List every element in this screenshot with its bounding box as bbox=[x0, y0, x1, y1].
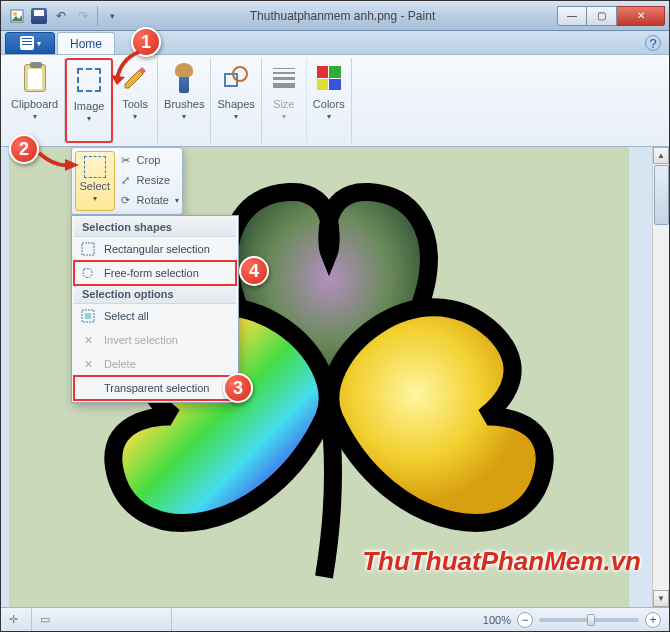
callout-4-text: 4 bbox=[249, 261, 259, 282]
select-all-icon bbox=[80, 308, 96, 324]
shapes-icon bbox=[220, 62, 252, 94]
clipboard-icon bbox=[19, 62, 51, 94]
select-dropdown-menu: Selection shapes Rectangular selection F… bbox=[71, 215, 239, 403]
dd-delete: ✕ Delete bbox=[74, 352, 236, 376]
work-area: Select ▾ ✂Crop ⤢Resize ⟳Rotate▾ Selectio… bbox=[1, 147, 669, 607]
chevron-down-icon: ▾ bbox=[327, 112, 331, 121]
chevron-down-icon: ▾ bbox=[37, 39, 41, 48]
select-rect-icon bbox=[84, 156, 106, 178]
zoom-in-button[interactable]: + bbox=[645, 612, 661, 628]
dd-transparent-label: Transparent selection bbox=[104, 382, 209, 394]
dd-delete-label: Delete bbox=[104, 358, 136, 370]
group-size: Size ▾ bbox=[262, 58, 307, 143]
dd-rectangular-selection[interactable]: Rectangular selection bbox=[74, 237, 236, 261]
dd-freeform-selection[interactable]: Free-form selection bbox=[74, 261, 236, 285]
save-icon[interactable] bbox=[29, 6, 49, 26]
image-dropdown-panel: Select ▾ ✂Crop ⤢Resize ⟳Rotate▾ bbox=[71, 147, 183, 215]
qat-separator bbox=[97, 6, 98, 26]
resize-icon: ⤢ bbox=[119, 173, 133, 187]
dd-header-options: Selection options bbox=[74, 285, 236, 304]
size-icon bbox=[268, 62, 300, 94]
zoom-percent: 100% bbox=[483, 614, 511, 626]
dd-transparent-selection[interactable]: Transparent selection bbox=[74, 376, 236, 400]
freeform-icon bbox=[80, 265, 96, 281]
group-clipboard[interactable]: Clipboard ▾ bbox=[5, 58, 65, 143]
invert-icon: ✕ bbox=[80, 332, 96, 348]
close-button[interactable]: ✕ bbox=[617, 6, 665, 26]
group-shapes[interactable]: Shapes ▾ bbox=[211, 58, 261, 143]
select-button[interactable]: Select ▾ bbox=[75, 151, 115, 211]
file-menu-button[interactable]: ▾ bbox=[5, 32, 55, 54]
select-label: Select bbox=[80, 180, 111, 192]
chevron-down-icon: ▾ bbox=[93, 194, 97, 203]
cursor-pos-icon: ✛ bbox=[9, 613, 23, 627]
status-cursor: ✛ bbox=[1, 608, 32, 631]
ribbon: Clipboard ▾ Image ▾ Tools ▾ Brushes ▾ Sh… bbox=[1, 55, 669, 147]
qat-customize-arrow[interactable]: ▾ bbox=[102, 6, 122, 26]
svg-rect-6 bbox=[85, 313, 91, 319]
watermark: ThuThuatPhanMem.vn bbox=[362, 546, 641, 577]
tab-strip: ▾ Home ? bbox=[1, 31, 669, 55]
rect-select-icon bbox=[80, 241, 96, 257]
crop-label: Crop bbox=[137, 154, 161, 166]
crop-button[interactable]: ✂Crop bbox=[119, 151, 179, 169]
brushes-label: Brushes bbox=[164, 98, 204, 110]
tools-label: Tools bbox=[122, 98, 148, 110]
minimize-button[interactable]: ― bbox=[557, 6, 587, 26]
chevron-down-icon: ▾ bbox=[87, 114, 91, 123]
clipboard-label: Clipboard bbox=[11, 98, 58, 110]
image-label: Image bbox=[74, 100, 105, 112]
quick-access-toolbar: ↶ ↷ ▾ bbox=[1, 6, 128, 26]
window-controls: ― ▢ ✕ bbox=[557, 6, 665, 26]
resize-label: Resize bbox=[137, 174, 171, 186]
chevron-down-icon: ▾ bbox=[234, 112, 238, 121]
paint-app-icon[interactable] bbox=[7, 6, 27, 26]
zoom-control: 100% − + bbox=[475, 612, 669, 628]
tab-home[interactable]: Home bbox=[57, 32, 115, 54]
dd-invert-label: Invert selection bbox=[104, 334, 178, 346]
chevron-down-icon: ▾ bbox=[282, 112, 286, 121]
callout-4: 4 bbox=[239, 256, 269, 286]
redo-icon[interactable]: ↷ bbox=[73, 6, 93, 26]
colors-label: Colors bbox=[313, 98, 345, 110]
dd-select-all[interactable]: Select all bbox=[74, 304, 236, 328]
dd-selectall-label: Select all bbox=[104, 310, 149, 322]
chevron-down-icon: ▾ bbox=[182, 112, 186, 121]
group-colors[interactable]: Colors ▾ bbox=[307, 58, 352, 143]
tab-home-label: Home bbox=[70, 37, 102, 51]
dd-invert-selection: ✕ Invert selection bbox=[74, 328, 236, 352]
rotate-label: Rotate bbox=[137, 194, 169, 206]
help-button[interactable]: ? bbox=[645, 35, 661, 51]
image-select-icon bbox=[73, 64, 105, 96]
svg-point-1 bbox=[13, 12, 17, 16]
maximize-button[interactable]: ▢ bbox=[587, 6, 617, 26]
dd-free-label: Free-form selection bbox=[104, 267, 199, 279]
scroll-up-button[interactable]: ▲ bbox=[653, 147, 669, 164]
size-label: Size bbox=[273, 98, 294, 110]
zoom-slider[interactable] bbox=[539, 618, 639, 622]
file-menu-icon bbox=[20, 36, 34, 50]
chevron-down-icon: ▾ bbox=[33, 112, 37, 121]
callout-2-text: 2 bbox=[19, 139, 29, 160]
vertical-scrollbar[interactable]: ▲ ▼ bbox=[652, 147, 669, 607]
undo-icon[interactable]: ↶ bbox=[51, 6, 71, 26]
image-side-buttons: ✂Crop ⤢Resize ⟳Rotate▾ bbox=[115, 151, 179, 211]
rotate-button[interactable]: ⟳Rotate▾ bbox=[119, 191, 179, 209]
group-image[interactable]: Image ▾ bbox=[65, 58, 113, 143]
window-title: Thuthuatphanmem anh.png - Paint bbox=[128, 9, 557, 23]
zoom-thumb[interactable] bbox=[587, 614, 595, 626]
delete-icon: ✕ bbox=[80, 356, 96, 372]
scroll-thumb[interactable] bbox=[654, 165, 669, 225]
group-brushes[interactable]: Brushes ▾ bbox=[158, 58, 211, 143]
colors-icon bbox=[313, 62, 345, 94]
svg-rect-4 bbox=[82, 243, 94, 255]
scroll-down-button[interactable]: ▼ bbox=[653, 590, 669, 607]
transparent-icon bbox=[80, 380, 96, 396]
callout-3: 3 bbox=[223, 373, 253, 403]
dd-rect-label: Rectangular selection bbox=[104, 243, 210, 255]
crop-icon: ✂ bbox=[119, 153, 133, 167]
zoom-out-button[interactable]: − bbox=[517, 612, 533, 628]
resize-button[interactable]: ⤢Resize bbox=[119, 171, 179, 189]
arrow-1 bbox=[111, 49, 151, 93]
rotate-icon: ⟳ bbox=[119, 193, 133, 207]
